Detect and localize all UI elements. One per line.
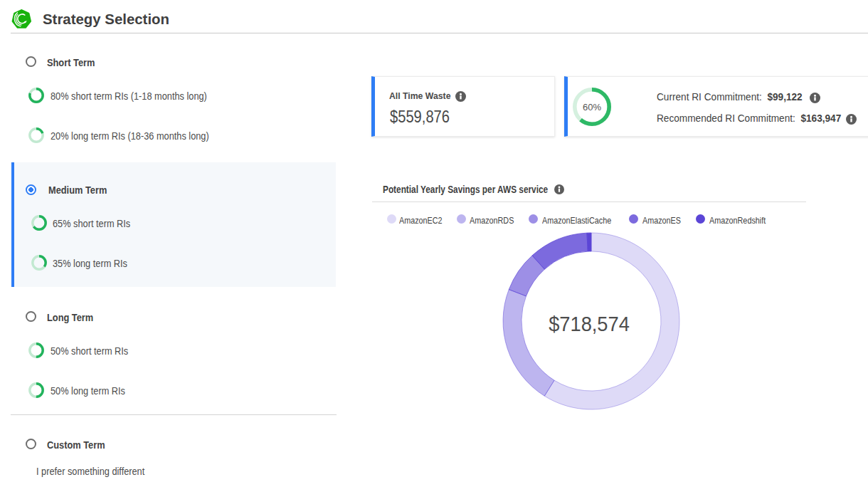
svg-text:60%: 60% xyxy=(583,102,601,112)
